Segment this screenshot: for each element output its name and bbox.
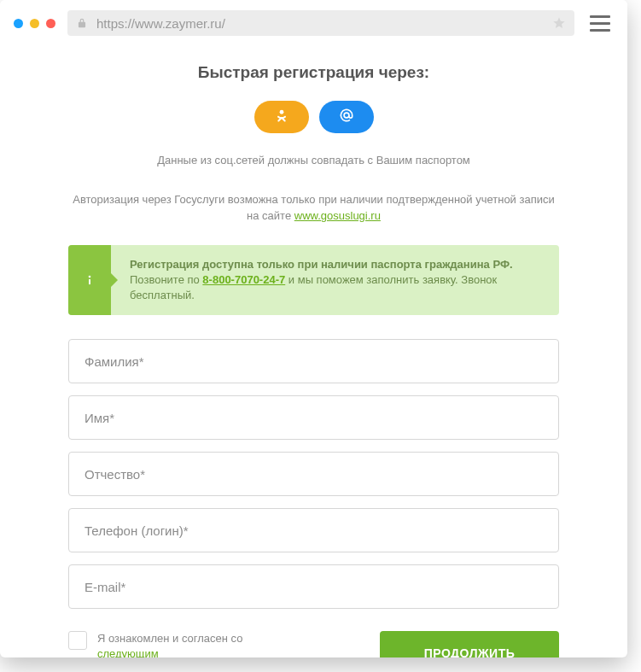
window-control-dot[interactable] [46,19,55,28]
info-icon [68,245,111,316]
url-text: https://www.zaymer.ru/ [96,16,544,31]
notice-mid: Позвоните по [130,273,202,286]
svg-point-0 [279,110,283,114]
notice-phone-link[interactable]: 8-800-7070-24-7 [202,273,285,286]
form-footer: Я ознакомлен и согласен со следующим ПРО… [68,631,559,657]
consent-pre: Я ознакомлен и согласен со [97,632,242,645]
lock-icon [76,17,88,29]
svg-point-1 [344,113,349,118]
notice-bold: Регистрация доступна только при наличии … [130,258,513,271]
consent-block: Я ознакомлен и согласен со следующим [68,631,265,657]
page-title: Быстрая регистрация через: [68,63,559,82]
svg-rect-3 [89,278,90,284]
svg-point-2 [89,275,91,278]
social-login-row [68,101,559,133]
notice-text: Регистрация доступна только при наличии … [111,245,559,316]
registration-form [68,339,559,609]
window-controls [14,19,55,28]
odnoklassniki-button[interactable] [254,101,309,133]
browser-window: https://www.zaymer.ru/ Быстрая регистрац… [0,0,627,657]
address-bar[interactable]: https://www.zaymer.ru/ [67,10,574,36]
mailru-button[interactable] [319,101,374,133]
submit-button[interactable]: ПРОДОЛЖИТЬ [380,631,559,657]
social-hint: Данные из соц.сетей должны совпадать с В… [68,152,559,169]
browser-toolbar: https://www.zaymer.ru/ [0,0,627,46]
odnoklassniki-icon [274,108,289,126]
consent-text: Я ознакомлен и согласен со следующим [97,631,265,657]
at-icon [338,107,355,127]
firstname-field[interactable] [68,395,559,440]
phone-field[interactable] [68,508,559,552]
window-control-dot[interactable] [14,19,23,28]
window-control-dot[interactable] [30,19,39,28]
gosuslugi-link[interactable]: www.gosuslugi.ru [294,209,381,222]
lastname-field[interactable] [68,339,559,383]
info-notice: Регистрация доступна только при наличии … [68,245,559,316]
star-icon[interactable] [552,16,566,30]
email-field[interactable] [68,564,559,609]
menu-icon[interactable] [586,12,614,35]
consent-checkbox[interactable] [68,631,87,650]
consent-link[interactable]: следующим [97,647,159,657]
gosuslugi-hint: Авторизация через Госуслуги возможна тол… [68,191,559,225]
page-content: Быстрая регистрация через: Данные из соц… [0,46,627,657]
patronymic-field[interactable] [68,452,559,496]
